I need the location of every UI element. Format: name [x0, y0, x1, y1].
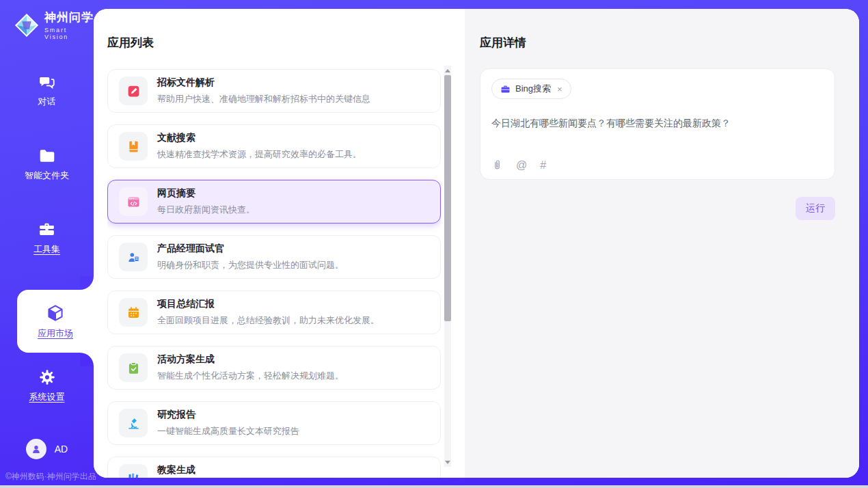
sidebar-item-label: 对话: [38, 96, 56, 108]
book-icon: [126, 139, 141, 154]
scrollbar[interactable]: [444, 66, 451, 467]
app-card-icon-box: [119, 187, 148, 216]
app-list-panel: 应用列表 招标文件解析帮助用户快速、准确地理解和解析招标书中的关键信息文献搜索快…: [94, 9, 465, 478]
app-card-title: 项目总结汇报: [157, 298, 379, 310]
sidebar-item-cube[interactable]: 应用市场: [17, 290, 94, 353]
query-card: Bing搜索 × 今日湖北有哪些新闻要点？有哪些需要关注的最新政策？ @ #: [480, 68, 835, 180]
app-card-description: 帮助用户快速、准确地理解和解析招标书中的关键信息: [157, 93, 370, 105]
paperclip-icon[interactable]: [491, 159, 503, 171]
tool-tag-label: Bing搜索: [515, 83, 551, 95]
user-row[interactable]: AD: [0, 439, 94, 459]
app-card-title: 产品经理面试官: [157, 243, 344, 255]
app-card-title: 教案生成: [157, 464, 335, 476]
tool-tag[interactable]: Bing搜索 ×: [491, 79, 571, 99]
app-card[interactable]: 招标文件解析帮助用户快速、准确地理解和解析招标书中的关键信息: [107, 69, 441, 113]
sidebar-item-label: 工具集: [33, 243, 60, 256]
app-card-description: 一键智能生成高质量长文本研究报告: [157, 425, 299, 437]
interview-icon: [126, 250, 141, 265]
scroll-up-button[interactable]: [444, 66, 451, 75]
user-label: AD: [55, 444, 68, 455]
app-detail-title: 应用详情: [480, 35, 835, 51]
bubble-notch: [80, 276, 94, 290]
app-card-title: 网页摘要: [157, 187, 255, 200]
query-text[interactable]: 今日湖北有哪些新闻要点？有哪些需要关注的最新政策？: [491, 116, 824, 131]
gear-icon: [38, 368, 56, 386]
app-card-description: 明确身份和职责，为您提供专业性的面试问题。: [157, 259, 344, 271]
edit-doc-icon: [126, 84, 141, 98]
brand-name: 神州问学: [44, 10, 94, 25]
app-card-icon-box: [119, 353, 148, 382]
sidebar-item-label: 系统设置: [29, 391, 65, 403]
briefcase-icon: [500, 84, 511, 94]
folder-icon: [38, 147, 56, 165]
sidebar-item-folder[interactable]: 智能文件夹: [0, 142, 94, 186]
scroll-down-button[interactable]: [444, 457, 451, 467]
brand-subtitle: Smart Vision: [44, 27, 94, 40]
app-card[interactable]: 项目总结汇报全面回顾项目进展，总结经验教训，助力未来优化发展。: [107, 290, 441, 334]
avatar: [26, 439, 46, 459]
cube-icon: [46, 303, 65, 323]
chat-icon: [38, 73, 56, 91]
app-list-title: 应用列表: [107, 35, 154, 51]
triangle-down-icon: [445, 461, 450, 464]
triangle-up-icon: [445, 69, 450, 72]
app-card[interactable]: 文献搜索快速精准查找学术资源，提高研究效率的必备工具。: [107, 124, 441, 168]
main-content: 应用列表 招标文件解析帮助用户快速、准确地理解和解析招标书中的关键信息文献搜索快…: [94, 9, 859, 478]
browser-icon: [126, 195, 141, 209]
app-card[interactable]: 教案生成模板驱动，教案秒成，教学准备从此轻松快捷: [107, 457, 441, 478]
run-button[interactable]: 运行: [796, 197, 835, 220]
app-card-title: 招标文件解析: [157, 77, 370, 89]
app-card-title: 研究报告: [157, 409, 299, 421]
scrollbar-thumb[interactable]: [444, 75, 451, 321]
sidebar-item-toolbox[interactable]: 工具集: [0, 216, 94, 260]
app-card-description: 快速精准查找学术资源，提高研究效率的必备工具。: [157, 148, 362, 161]
app-detail-panel: 应用详情 Bing搜索 × 今日湖北有哪些新闻要点？有哪些需要关注的最新政策？ …: [465, 9, 859, 478]
app-card-icon-box: [119, 298, 148, 327]
app-logo: 神州问学 Smart Vision: [14, 10, 94, 40]
microscope-icon: [126, 416, 141, 431]
attachment-toolbar: @ #: [491, 159, 546, 171]
sidebar-item-gear[interactable]: 系统设置: [0, 364, 94, 407]
hash-icon[interactable]: #: [540, 160, 546, 171]
clipboard-icon: [126, 361, 141, 375]
sidebar-item-label: 应用市场: [38, 327, 73, 340]
copyright-footer: ©神州数码·神州问学出品: [5, 471, 96, 483]
bottom-bar: [0, 485, 868, 488]
sidebar: 神州问学 Smart Vision 对话智能文件夹工具集应用市场系统设置 AD …: [0, 0, 94, 488]
app-card[interactable]: 产品经理面试官明确身份和职责，为您提供专业性的面试问题。: [107, 235, 441, 279]
app-card[interactable]: 活动方案生成智能生成个性化活动方案，轻松解决规划难题。: [107, 346, 441, 390]
app-card[interactable]: 网页摘要每日政府新闻资讯快查。: [107, 180, 441, 223]
app-card-title: 活动方案生成: [157, 353, 344, 366]
app-card-icon-box: [119, 464, 148, 478]
app-card-icon-box: [119, 77, 148, 105]
app-card-icon-box: [119, 409, 148, 437]
sidebar-item-label: 智能文件夹: [25, 170, 69, 182]
toolbox-icon: [38, 220, 56, 239]
app-card-description: 每日政府新闻资讯快查。: [157, 204, 255, 216]
app-card-description: 全面回顾项目进展，总结经验教训，助力未来优化发展。: [157, 314, 379, 327]
app-card-title: 文献搜索: [157, 132, 362, 144]
close-icon[interactable]: ×: [557, 84, 562, 94]
sidebar-menu: 对话智能文件夹工具集应用市场系统设置: [0, 68, 94, 407]
app-card-icon-box: [119, 243, 148, 271]
books-icon: [126, 472, 141, 478]
app-card[interactable]: 研究报告一键智能生成高质量长文本研究报告: [107, 401, 441, 445]
brand-diamond-icon: [14, 12, 40, 38]
app-card-list: 招标文件解析帮助用户快速、准确地理解和解析招标书中的关键信息文献搜索快速精准查找…: [107, 64, 441, 478]
calendar-icon: [126, 306, 141, 320]
sidebar-item-chat[interactable]: 对话: [0, 68, 94, 112]
app-card-icon-box: [119, 132, 148, 161]
mention-icon[interactable]: @: [516, 160, 527, 171]
app-card-description: 智能生成个性化活动方案，轻松解决规划难题。: [157, 370, 344, 382]
